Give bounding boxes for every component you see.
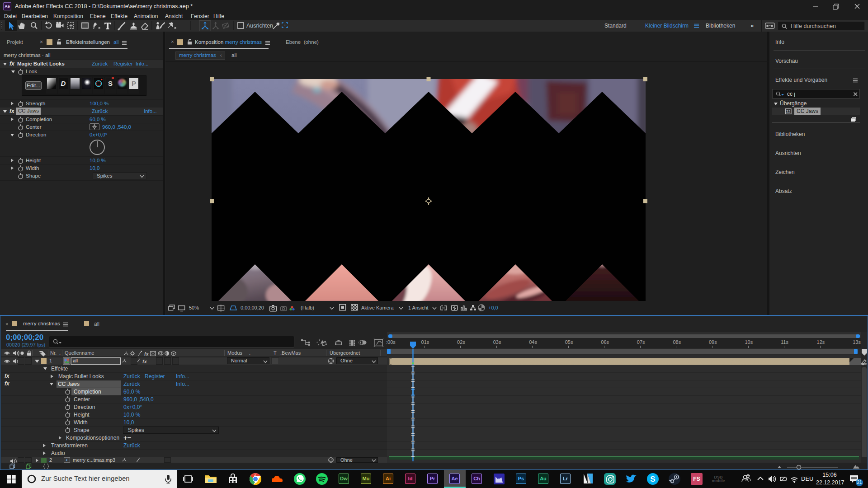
svg-text:32: 32 bbox=[786, 109, 791, 114]
svg-text:S: S bbox=[650, 475, 655, 483]
svg-text:fx: fx bbox=[144, 351, 149, 357]
svg-text:fx: fx bbox=[142, 359, 147, 364]
